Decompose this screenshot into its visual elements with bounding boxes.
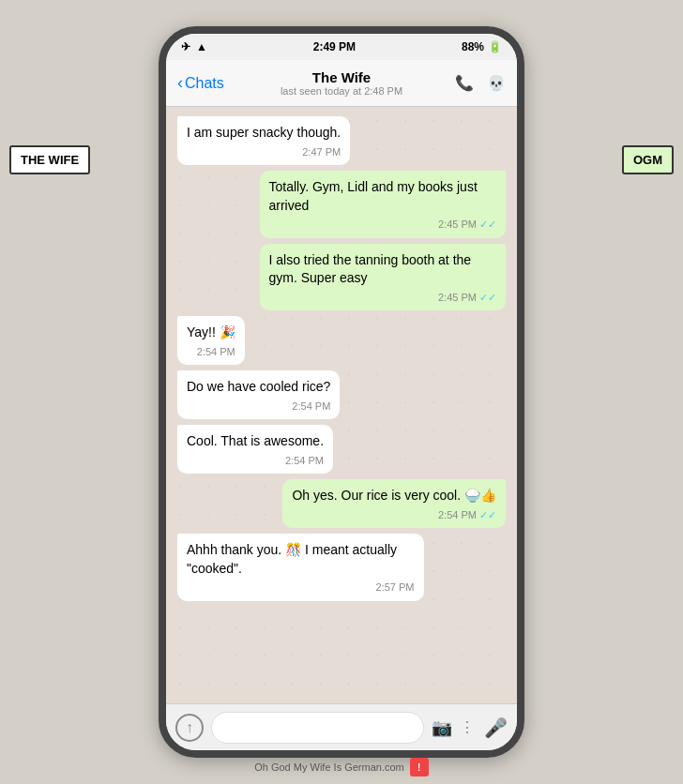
message-row: Yay!! 🎉2:54 PM (177, 316, 506, 365)
message-bubble: Ahhh thank you. 🎊 I meant actually "cook… (177, 534, 424, 601)
chevron-left-icon: ‹ (177, 73, 183, 93)
bubble-meta: 2:54 PM (187, 454, 324, 468)
message-row: Totally. Gym, Lidl and my books just arr… (177, 171, 506, 238)
microphone-icon[interactable]: 🎤 (484, 716, 508, 739)
message-time: 2:47 PM (302, 145, 341, 159)
phone-icon[interactable]: 📞 (455, 74, 474, 92)
footer-logo: ! (410, 758, 429, 776)
bubble-meta: 2:54 PM (187, 400, 330, 414)
phone-frame: ✈ ▲ 2:49 PM 88% 🔋 ‹ Chats The Wife last … (159, 26, 524, 758)
airplane-icon: ✈ (181, 40, 190, 53)
camera-icon[interactable]: 📷 (432, 717, 452, 738)
message-text: Oh yes. Our rice is very cool. 🍚👍 (292, 488, 496, 503)
read-ticks: ✓✓ (479, 291, 496, 305)
message-text: Cool. That is awesome. (187, 433, 324, 448)
back-label[interactable]: Chats (185, 75, 224, 92)
message-text: Yay!! 🎉 (187, 324, 235, 339)
nav-title-area: The Wife last seen today at 2:48 PM (281, 69, 402, 97)
footer-text: Oh God My Wife Is German.com (254, 761, 404, 773)
side-label-left: THE WIFE (9, 145, 90, 174)
message-time: 2:57 PM (376, 580, 415, 595)
status-bar: ✈ ▲ 2:49 PM 88% 🔋 (166, 34, 517, 60)
bubble-meta: 2:45 PM✓✓ (269, 218, 497, 232)
bubble-meta: 2:47 PM (187, 145, 341, 159)
message-time: 2:54 PM (438, 508, 477, 522)
side-label-right: OGM (622, 145, 674, 174)
status-left: ✈ ▲ (181, 40, 207, 53)
page-footer: Oh God My Wife Is German.com ! (0, 758, 683, 776)
status-time: 2:49 PM (313, 40, 356, 53)
chat-area: I am super snacky though.2:47 PMTotally.… (166, 107, 517, 703)
upload-button[interactable]: ↑ (175, 714, 204, 742)
bubble-meta: 2:54 PM✓✓ (292, 508, 496, 522)
bubble-meta: 2:57 PM (187, 580, 415, 595)
message-text: Do we have cooled rice? (187, 379, 330, 394)
message-bubble: Cool. That is awesome.2:54 PM (177, 425, 333, 474)
message-text: Totally. Gym, Lidl and my books just arr… (269, 179, 478, 213)
input-bar: ↑ 📷 ⋮ 🎤 (166, 703, 517, 750)
message-row: I am super snacky though.2:47 PM (177, 116, 506, 165)
skull-icon[interactable]: 💀 (487, 74, 506, 92)
message-bubble: I am super snacky though.2:47 PM (177, 116, 350, 165)
message-bubble: Yay!! 🎉2:54 PM (177, 316, 245, 365)
message-time: 2:54 PM (285, 454, 324, 468)
message-bubble: Oh yes. Our rice is very cool. 🍚👍2:54 PM… (282, 479, 506, 528)
page-wrapper: THE WIFE OGM ✈ ▲ 2:49 PM 88% 🔋 ‹ Chats T… (0, 0, 683, 784)
message-row: I also tried the tanning booth at the gy… (177, 244, 506, 311)
wifi-icon: ▲ (196, 40, 207, 53)
status-right: 88% 🔋 (462, 40, 502, 53)
back-button[interactable]: ‹ Chats (177, 73, 224, 93)
message-row: Do we have cooled rice?2:54 PM (177, 370, 506, 419)
nav-icons: 📞 💀 (455, 74, 506, 92)
message-input[interactable] (211, 712, 424, 744)
message-bubble: Do we have cooled rice?2:54 PM (177, 370, 340, 419)
battery-icon: 🔋 (488, 40, 502, 53)
bubble-meta: 2:54 PM (187, 345, 235, 359)
message-time: 2:54 PM (292, 400, 330, 414)
message-time: 2:45 PM (438, 218, 477, 232)
nav-bar: ‹ Chats The Wife last seen today at 2:48… (166, 60, 517, 107)
more-options-icon[interactable]: ⋮ (460, 718, 477, 736)
message-time: 2:54 PM (197, 345, 235, 359)
read-ticks: ✓✓ (479, 508, 496, 522)
last-seen: last seen today at 2:48 PM (281, 85, 402, 97)
message-time: 2:45 PM (438, 291, 477, 305)
message-row: Ahhh thank you. 🎊 I meant actually "cook… (177, 534, 506, 601)
message-text: Ahhh thank you. 🎊 I meant actually "cook… (187, 542, 397, 576)
message-row: Cool. That is awesome.2:54 PM (177, 425, 506, 474)
contact-name: The Wife (281, 69, 402, 85)
read-ticks: ✓✓ (479, 218, 496, 232)
bubble-meta: 2:45 PM✓✓ (269, 291, 497, 305)
message-bubble: Totally. Gym, Lidl and my books just arr… (260, 171, 507, 238)
message-row: Oh yes. Our rice is very cool. 🍚👍2:54 PM… (177, 479, 506, 528)
message-text: I am super snacky though. (187, 125, 341, 140)
battery-percent: 88% (462, 40, 484, 53)
message-text: I also tried the tanning booth at the gy… (269, 252, 472, 286)
message-bubble: I also tried the tanning booth at the gy… (260, 244, 507, 311)
